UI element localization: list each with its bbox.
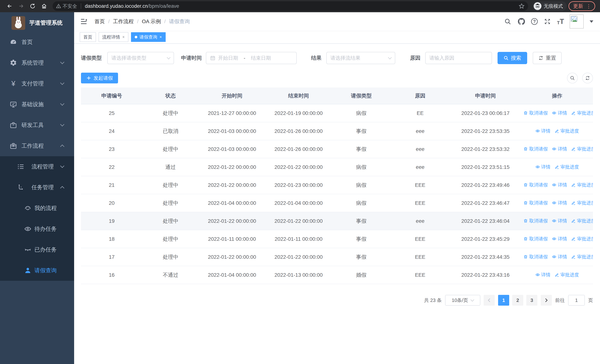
avatar[interactable]	[570, 14, 584, 28]
cell-start-time: 2022-01-04 00:00:00	[199, 266, 265, 284]
sidebar-item-leave-query[interactable]: 请假查询	[0, 260, 74, 281]
app-logo-row[interactable]: 芋道管理系统	[0, 12, 74, 32]
progress-action-link[interactable]: 审批进度	[555, 128, 579, 134]
table-row[interactable]: 16不通过2022-01-04 00:00:002022-01-13 00:00…	[81, 266, 593, 284]
next-page-button[interactable]	[541, 295, 552, 306]
cancel-action-link[interactable]: 取消请假	[523, 254, 548, 260]
pagination: 共 23 条 10条/页 123 前往 页	[81, 295, 593, 306]
table-row[interactable]: 22通过2022-01-22 00:00:002022-01-22 00:00:…	[81, 158, 593, 176]
page-button-1[interactable]: 1	[498, 295, 509, 306]
table-row[interactable]: 17处理中2022-01-22 00:00:002022-01-22 00:00…	[81, 248, 593, 266]
header-end-time: 结束时间	[265, 87, 332, 104]
table-row[interactable]: 21处理中2022-01-22 00:00:002022-01-23 00:00…	[81, 176, 593, 194]
prev-page-button[interactable]	[484, 295, 495, 306]
tag-process-detail[interactable]: 流程详情 ×	[99, 32, 128, 42]
goto-page-input[interactable]	[568, 295, 585, 306]
search-button[interactable]: 搜索	[497, 52, 527, 64]
table-row[interactable]: 24已取消2022-01-03 00:00:002022-01-26 00:00…	[81, 122, 593, 140]
progress-action-link[interactable]: 审批进度	[555, 272, 579, 278]
reset-button[interactable]: 重置	[533, 52, 562, 64]
cancel-action-link[interactable]: 取消请假	[523, 182, 548, 188]
sidebar-item-payment[interactable]: ¥ 支付管理	[0, 73, 74, 94]
sidebar-collapse-icon[interactable]	[80, 18, 88, 26]
browser-forward-button[interactable]	[16, 1, 26, 11]
fullscreen-icon[interactable]	[543, 18, 552, 26]
detail-action-link[interactable]: 详情	[552, 110, 567, 116]
header-search-icon[interactable]	[504, 18, 512, 26]
tag-home[interactable]: 首页	[80, 32, 96, 42]
sidebar-item-todo-tasks[interactable]: 待办任务	[0, 218, 74, 239]
detail-action-link[interactable]: 详情	[535, 164, 551, 170]
cell-actions: 取消请假详情审批进度	[521, 230, 593, 248]
detail-action-link[interactable]: 详情	[552, 236, 567, 242]
detail-action-link[interactable]: 详情	[552, 218, 567, 224]
page-button-3[interactable]: 3	[526, 295, 537, 306]
security-chip[interactable]: 不安全	[56, 3, 77, 9]
progress-action-link[interactable]: 审批进度	[571, 254, 593, 260]
bookmark-star-icon[interactable]	[518, 3, 525, 9]
breadcrumb-item[interactable]: 工作流程	[113, 18, 134, 25]
sidebar-item-devtools[interactable]: 研发工具	[0, 115, 74, 135]
table-row[interactable]: 18处理中2022-01-11 00:00:002022-01-11 00:00…	[81, 230, 593, 248]
sidebar-item-my-process[interactable]: 我的流程	[0, 198, 74, 218]
help-icon[interactable]: ?	[531, 18, 538, 25]
close-icon[interactable]: ×	[122, 35, 125, 39]
cancel-action-link[interactable]: 取消请假	[523, 200, 548, 206]
address-bar[interactable]: 不安全 dashboard.yudao.iocoder.cn/bpm/oa/le…	[53, 1, 528, 11]
sidebar-item-done-tasks[interactable]: 已办任务	[0, 239, 74, 260]
cancel-action-link[interactable]: 取消请假	[523, 110, 548, 116]
browser-update-button[interactable]: 更新 ⋮	[569, 1, 595, 11]
progress-action-link[interactable]: 审批进度	[571, 236, 593, 242]
sidebar-item-home[interactable]: 首页	[0, 32, 74, 52]
detail-action-link[interactable]: 详情	[535, 128, 551, 134]
sidebar-item-system[interactable]: 系统管理	[0, 52, 74, 73]
progress-action-link[interactable]: 审批进度	[571, 200, 593, 206]
sidebar-item-workflow[interactable]: 工作流程	[0, 135, 74, 156]
detail-action-link[interactable]: 详情	[535, 272, 551, 278]
browser-reload-button[interactable]	[28, 1, 38, 11]
sidebar-item-infrastructure[interactable]: 基础设施	[0, 94, 74, 115]
progress-action-link[interactable]: 审批进度	[571, 218, 593, 224]
close-icon[interactable]: ×	[159, 35, 162, 39]
reason-input[interactable]	[425, 52, 492, 64]
sidebar-item-process-mgmt[interactable]: 流程管理	[0, 156, 74, 177]
browser-home-button[interactable]	[39, 1, 49, 11]
result-select[interactable]: 请选择流结果	[326, 52, 395, 64]
table-row[interactable]: 19处理中2022-01-22 00:00:002022-01-22 00:00…	[81, 212, 593, 230]
avatar-caret-icon[interactable]	[590, 20, 593, 23]
table-row[interactable]: 25处理中2021-12-27 00:00:002022-01-19 00:00…	[81, 104, 593, 122]
detail-action-link[interactable]: 详情	[552, 254, 567, 260]
detail-action-link[interactable]: 详情	[552, 200, 567, 206]
progress-action-link[interactable]: 审批进度	[571, 146, 593, 152]
tag-leave-query[interactable]: 请假查询 ×	[131, 32, 166, 42]
table-row[interactable]: 23处理中2022-01-03 00:00:002022-01-26 00:00…	[81, 140, 593, 158]
cancel-action-link[interactable]: 取消请假	[523, 218, 548, 224]
table-refresh-button[interactable]	[582, 73, 593, 84]
create-leave-button[interactable]: 发起请假	[81, 73, 118, 84]
trash-icon	[523, 147, 528, 151]
result-label: 结果	[311, 55, 321, 62]
browser-menu-icon[interactable]: ⋮	[586, 3, 591, 9]
detail-action-link[interactable]: 详情	[552, 182, 567, 188]
font-size-icon[interactable]: TT	[557, 18, 564, 25]
breadcrumb-item[interactable]: 首页	[94, 18, 105, 25]
progress-action-link[interactable]: 审批进度	[571, 110, 593, 116]
cancel-action-link[interactable]: 取消请假	[523, 146, 548, 152]
leave-type-select[interactable]: 请选择请假类型	[107, 52, 174, 64]
github-icon[interactable]	[517, 18, 525, 26]
cell-reason: EEE	[391, 194, 450, 212]
detail-action-link[interactable]: 详情	[552, 146, 567, 152]
page-button-2[interactable]: 2	[512, 295, 523, 306]
progress-action-link[interactable]: 审批进度	[571, 182, 593, 188]
breadcrumb-item[interactable]: OA 示例	[142, 18, 161, 25]
progress-action-link[interactable]: 审批进度	[555, 164, 579, 170]
browser-back-button[interactable]	[5, 1, 14, 11]
apply-time-range-picker[interactable]: 开始日期 - 结束日期	[206, 52, 297, 64]
cancel-action-link[interactable]: 取消请假	[523, 236, 548, 242]
sidebar-item-task-mgmt[interactable]: 任务管理	[0, 177, 74, 198]
page-size-select[interactable]: 10条/页	[445, 295, 480, 306]
eye-icon	[552, 183, 556, 187]
table-row[interactable]: 20处理中2022-01-04 00:00:002022-01-04 00:00…	[81, 194, 593, 212]
reason-input-field[interactable]	[429, 55, 488, 61]
table-search-toggle-button[interactable]	[567, 73, 578, 84]
